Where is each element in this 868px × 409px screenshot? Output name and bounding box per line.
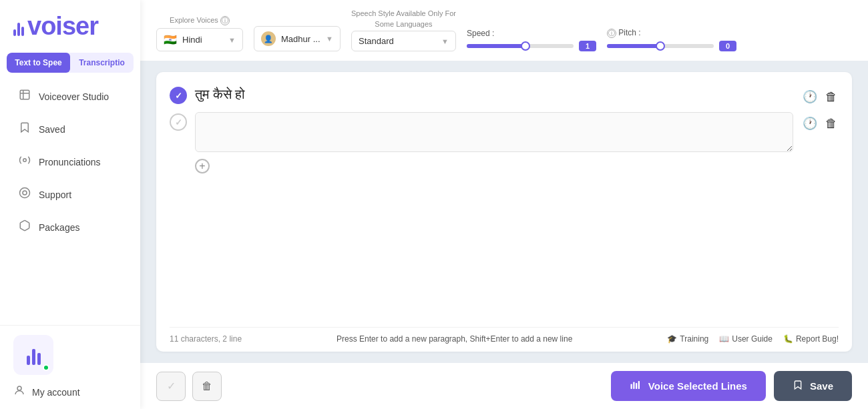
speech-style-label: Speech Style Available Only For [351,9,456,17]
editor-card: ✓ तुम कैसे हो 🕐 🗑 ✓ 🕐 🗑 [156,72,852,352]
line-1-actions: 🕐 🗑 [801,88,839,105]
report-bug-label: Report Bug! [796,334,839,344]
line-2-row: ✓ 🕐 🗑 [170,112,839,152]
tab-row: Text to Spee Transcriptio [7,53,134,73]
sidebar-bottom: My account [0,325,140,409]
svg-point-2 [23,191,27,195]
line-1-text: तुम कैसे हो [195,85,793,102]
line-2-delete-icon[interactable]: 🗑 [824,115,839,132]
explore-voices-label: Explore Voices ⓘ [156,16,243,25]
nav-items: Voiceover Studio Saved Pronunciations Su… [0,79,140,325]
tab-transcription[interactable]: Transcriptio [70,53,134,73]
training-label: Training [680,334,708,344]
pronunciations-icon [19,154,31,169]
add-line-button[interactable]: + [195,159,210,173]
logo-icon [13,17,24,36]
language-flag-icon: 🇮🇳 [164,33,177,46]
voice-selected-lines-button[interactable]: Voice Selected Lines [611,371,766,401]
check-mark-2-icon: ✓ [175,117,182,127]
packages-label: Packages [39,222,79,233]
voiceover-studio-icon [19,89,31,104]
speed-track[interactable] [467,44,574,48]
select-all-button[interactable]: ✓ [156,372,186,401]
select-all-icon: ✓ [167,380,176,392]
pitch-label: ⓘ Pitch : [607,28,736,38]
svg-rect-5 [633,382,634,390]
support-label: Support [39,189,71,200]
speed-thumb[interactable] [521,41,530,51]
voice-bars-icon [630,379,642,393]
svg-rect-4 [630,384,632,390]
svg-rect-7 [638,381,640,389]
speed-control: Speed : 1 [467,29,596,51]
sidebar-item-packages[interactable]: Packages [5,212,135,243]
bottom-bar: ✓ 🗑 Voice Selected Lines Save [140,362,868,409]
language-select[interactable]: 🇮🇳 Hindi ▼ [156,28,243,51]
trash-icon: 🗑 [202,380,212,392]
style-select[interactable]: Standard ▼ [351,31,456,51]
speed-value: 1 [579,41,596,51]
voiceover-studio-label: Voiceover Studio [39,91,109,102]
training-link[interactable]: 🎓 Training [667,334,708,344]
line-1-delete-icon[interactable]: 🗑 [824,89,839,105]
speed-fill [467,44,525,48]
language-value: Hindi [182,35,202,45]
pronunciations-label: Pronunciations [39,157,101,167]
tab-text-to-speech[interactable]: Text to Spee [7,53,70,73]
top-controls: Explore Voices ⓘ 🇮🇳 Hindi ▼ 👤 Madhur ...… [140,0,868,61]
voice-value: Madhur ... [281,34,320,44]
voice-chevron-icon: ▼ [326,35,333,43]
report-bug-icon: 🐛 [783,334,793,344]
line-2-checkbox[interactable]: ✓ [170,113,187,131]
line-2-input[interactable] [195,112,793,152]
user-guide-link[interactable]: 📖 User Guide [719,334,773,344]
pitch-info-icon[interactable]: ⓘ [607,29,616,38]
style-control: Speech Style Available Only For Some Lan… [351,9,456,51]
sidebar-item-saved[interactable]: Saved [5,113,135,145]
pitch-fill [607,44,660,48]
char-count: 11 characters, 2 line [170,334,242,344]
check-mark-icon: ✓ [175,91,182,101]
pitch-thumb[interactable] [656,41,665,51]
online-indicator [43,364,49,371]
my-account-row[interactable]: My account [13,384,127,400]
pitch-slider-wrapper: 0 [607,41,736,51]
user-guide-icon: 📖 [719,334,729,344]
voice-control: 👤 Madhur ... ▼ [254,15,341,51]
report-bug-link[interactable]: 🐛 Report Bug! [783,334,839,344]
logo-bar-2 [17,23,20,36]
svg-point-3 [17,386,21,390]
style-value: Standard [359,36,394,46]
voice-select[interactable]: 👤 Madhur ... ▼ [254,26,341,51]
speed-slider-wrapper: 1 [467,41,596,51]
explore-voices-info-icon[interactable]: ⓘ [220,16,230,25]
svg-rect-6 [636,383,637,389]
delete-selected-button[interactable]: 🗑 [192,372,222,401]
avatar-bars-icon [27,345,41,365]
pitch-track[interactable] [607,44,714,48]
line-1-row: ✓ तुम कैसे हो 🕐 🗑 [170,85,839,105]
support-icon [19,187,31,202]
logo-bar-1 [13,29,16,36]
voice-placeholder-label [254,15,341,23]
sidebar-item-support[interactable]: Support [5,179,135,210]
packages-icon [19,220,31,235]
user-guide-label: User Guide [732,334,773,344]
saved-icon [19,121,31,137]
my-account-label: My account [32,387,80,398]
editor-footer: 11 characters, 2 line Press Enter to add… [170,327,839,344]
line-1-history-icon[interactable]: 🕐 [801,88,819,105]
sidebar-item-voiceover-studio[interactable]: Voiceover Studio [5,81,135,112]
logo-area: voiser [0,0,140,47]
line-2-history-icon[interactable]: 🕐 [801,115,819,132]
save-label: Save [810,380,833,392]
account-icon [13,384,25,400]
svg-point-1 [20,188,30,198]
save-icon [793,380,803,392]
speed-label: Speed : [467,29,596,38]
line-1-checkbox[interactable]: ✓ [170,87,187,104]
sidebar-item-pronunciations[interactable]: Pronunciations [5,146,135,177]
pitch-value: 0 [719,41,736,51]
save-button[interactable]: Save [774,371,852,401]
svg-point-0 [23,159,27,162]
